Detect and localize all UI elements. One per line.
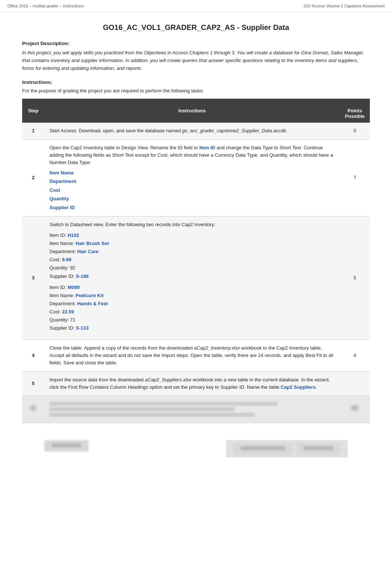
table-name-cap2suppliers: Cap2 Suppliers [281,384,316,390]
main-content: GO16_AC_VOL1_GRADER_CAP2_AS - Supplier D… [0,12,392,478]
record1-qty: 92 [70,265,75,271]
field-cost: Cost [49,186,335,194]
bottom-nav-left [44,440,89,457]
record1-name: Hair Brush Set [76,241,109,246]
record1-dept: Hair Care [77,249,99,254]
table-row: 3 Switch to Datasheet view. Enter the fo… [22,216,370,340]
table-row: 5 Import the source data from the downlo… [22,371,370,395]
record2-supplier: S-133 [76,325,89,331]
step-number: 1 [22,123,44,139]
step-instruction: Import the source data from the download… [44,371,340,395]
instructions-heading: Instructions: [22,79,370,85]
table-row: 2 Open the Cap2 Inventory table in Desig… [22,139,370,216]
record2-name: Pedicure Kit [76,293,104,298]
step-instruction: Open the Cap2 Inventory table in Design … [44,139,340,216]
col-header-points: Points Possible [340,99,370,123]
points-value [340,371,370,395]
step-number: 4 [22,340,44,371]
steps-table: Step Instructions Points Possible 1 Star… [22,99,370,423]
top-bar-left: Office 2016 – myitlab:grader – Instructi… [7,4,83,8]
table-row-blurred [22,395,370,423]
points-value-blurred [340,395,370,423]
col-header-step: Step [22,99,44,123]
bottom-nav [22,434,370,463]
field-department: Department [49,177,335,186]
col-header-instructions: Instructions [44,99,340,123]
bottom-nav-right [226,440,348,457]
record1-cost: 9.99 [62,257,71,262]
step-number: 5 [22,371,44,395]
table-row: 4 Close the table. Append a copy of the … [22,340,370,371]
step-instruction: Close the table. Append a copy of the re… [44,340,340,371]
record2-dept: Hands & Feet [77,301,108,306]
top-bar: Office 2016 – myitlab:grader – Instructi… [0,0,392,12]
record2-id: M089 [68,285,80,290]
step-instruction-blurred [44,395,340,423]
record1-supplier: S-186 [76,273,89,279]
points-value: 4 [340,340,370,371]
step-instruction: Start Access. Download, open, and save t… [44,123,340,139]
project-description: In this project, you will apply skills y… [22,49,370,72]
step-number: 3 [22,216,44,340]
points-value: 7 [340,139,370,216]
field-list: Item Name Department Cost Quantity Suppl… [49,169,335,212]
top-bar-right: GO! Access Volume 1 Capstone Assessment [304,4,385,8]
record2-qty: 71 [70,317,75,323]
filename: go_acc_grader_capstone2_Supplier_Data.ac… [182,128,286,133]
project-description-heading: Project Description: [22,41,370,46]
page-title: GO16_AC_VOL1_GRADER_CAP2_AS - Supplier D… [22,23,370,32]
field-item-id: Item ID [199,145,215,150]
field-quantity: Quantity [49,194,335,203]
record1-id: H102 [68,232,79,238]
filename-inventory: aCap2_Inventory.xlsx [194,345,240,351]
points-value: 5 [340,216,370,340]
field-supplier-id: Supplier ID [49,203,335,212]
prev-btn[interactable] [44,440,89,452]
table-row: 1 Start Access. Download, open, and save… [22,123,370,139]
points-value: 0 [340,123,370,139]
step-instruction: Switch to Datasheet view. Enter the foll… [44,216,340,340]
filename-suppliers: aCap2_Suppliers.xlsx [145,377,192,382]
record2-cost: 22.59 [62,309,74,314]
record-1: Item ID: H102 Item Name: Hair Brush Set … [49,231,335,280]
step-number-blurred [22,395,44,423]
field-item-name: Item Name [49,169,335,177]
instructions-intro: For the purpose of grading the project y… [22,88,370,93]
record-2: Item ID: M089 Item Name: Pedicure Kit De… [49,283,335,333]
step-number: 2 [22,139,44,216]
